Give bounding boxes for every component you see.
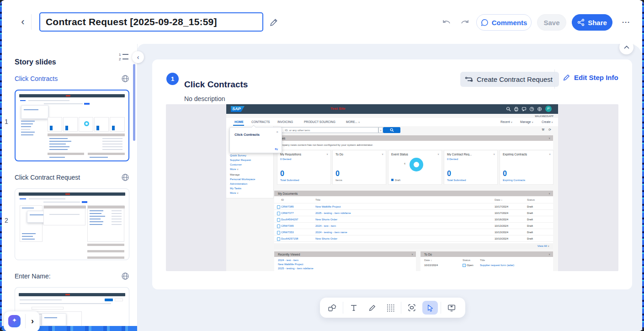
search-icon[interactable] <box>506 107 511 112</box>
draw-tool-button[interactable] <box>364 301 380 315</box>
left-edge-artifact <box>0 0 2 331</box>
create-contract-request-button[interactable]: Create Contract Request <box>460 72 559 87</box>
remove-screen-tool-button[interactable] <box>444 301 459 315</box>
search-submit-button[interactable] <box>383 127 400 133</box>
sidebar-link-my-tasks[interactable]: My Tasks <box>230 187 241 190</box>
printer-icon[interactable] <box>514 107 519 112</box>
sidebar-scrollbar[interactable] <box>133 64 135 141</box>
capture-region-tool-button[interactable] <box>404 301 420 315</box>
nav-manage-menu[interactable]: Manage ∨ <box>520 120 533 123</box>
globe-icon[interactable] <box>121 74 130 83</box>
back-button[interactable]: ‹ <box>16 16 29 28</box>
chevron-down-icon[interactable]: ∨ <box>326 153 328 155</box>
text-tool-button[interactable] <box>346 301 362 315</box>
recently-viewed-header[interactable]: Recently Viewed ∨ <box>274 251 416 257</box>
nav-recent-menu[interactable]: Recent ∨ <box>500 120 512 123</box>
nav-tab-invoicing[interactable]: INVOICING <box>277 120 293 123</box>
assistant-expand-button[interactable]: › <box>27 315 38 327</box>
chevron-down-icon: ∨ <box>358 121 360 123</box>
help-icon[interactable] <box>529 107 535 112</box>
save-button[interactable]: Save <box>537 14 566 31</box>
numbered-list-icon[interactable]: 12 <box>119 52 129 61</box>
slide-label-2[interactable]: Click Contract Request <box>15 174 80 181</box>
table-row[interactable]: CRW7385New WalkMe Project10/17/2024Draft <box>274 203 553 210</box>
shapes-tool-button[interactable] <box>325 301 340 315</box>
table-row[interactable]: Doc64257158New Shorts Order10/10/2024Dra… <box>274 235 553 242</box>
undo-button[interactable] <box>442 17 452 27</box>
event-status-donut-chart <box>410 158 423 171</box>
sidebar-link-supplier-request[interactable]: Supplier Request <box>230 159 251 161</box>
step-card: 1 Click Contracts No description Create … <box>152 59 632 289</box>
blur-tool-button[interactable] <box>383 301 398 315</box>
todo-col-title: Title <box>480 259 485 262</box>
select-cursor-tool-button[interactable] <box>422 301 438 315</box>
share-button[interactable]: Share <box>572 14 612 31</box>
step-number-badge: 1 <box>166 73 179 85</box>
tile-event-status[interactable]: Event Status∨ 4 Draft <box>389 150 442 184</box>
globe-icon[interactable] <box>121 272 130 281</box>
chevron-down-icon[interactable]: ∨ <box>549 153 551 155</box>
slide-thumbnail-2[interactable] <box>15 188 129 260</box>
slide-thumbnail-1[interactable] <box>15 90 129 161</box>
save-label: Save <box>543 19 559 27</box>
todo-header[interactable]: To Do ∨ <box>420 251 553 257</box>
close-icon[interactable]: × <box>276 130 278 134</box>
edit-title-icon[interactable] <box>269 17 279 27</box>
walkme-editor-window: ‹ Comments Save Share ··· Story slides 1… <box>0 0 644 331</box>
sap-screenshot: SAP Test Site P WALKMEDSAPP HOME <box>226 104 558 271</box>
search-category-dropdown[interactable]: ∨ <box>378 127 383 133</box>
globe-icon[interactable] <box>537 107 543 112</box>
more-options-button[interactable]: ··· <box>620 16 633 27</box>
sidebar-link-more2[interactable]: More ∨ <box>230 192 239 194</box>
sidebar-link-personal-workspace[interactable]: Personal Workspace <box>230 178 255 181</box>
edit-step-info-button[interactable]: Edit Step Info <box>563 74 618 81</box>
todo-status: Open <box>463 264 474 267</box>
recently-viewed-link[interactable]: 2025 - testing - item ndsfame <box>278 267 314 270</box>
tile-to-do[interactable]: To Do∨ 0 Items <box>333 150 386 184</box>
recently-viewed-link[interactable]: New WalkMe Project <box>278 263 303 266</box>
view-all-link[interactable]: View All ∨ <box>538 245 549 247</box>
tile-expiring-contracts[interactable]: Expiring Contracts∨ 0 Expiring Contracts <box>500 150 553 184</box>
redo-button[interactable] <box>460 17 471 27</box>
chevron-down-icon[interactable]: ∨ <box>493 153 495 155</box>
nav-tab-home[interactable]: HOME <box>234 120 244 123</box>
refresh-icon[interactable]: ⟳ <box>548 128 551 132</box>
comments-button[interactable]: Comments <box>476 14 532 31</box>
sidebar-link-more[interactable]: More ∨ <box>230 168 239 171</box>
chevron-down-icon[interactable]: ∨ <box>382 153 383 155</box>
news-section-header[interactable]: News ∨ <box>274 135 553 141</box>
globe-icon[interactable] <box>121 173 130 182</box>
nav-tab-product-sourcing[interactable]: PRODUCT SOURCING <box>304 120 335 123</box>
table-row[interactable]: CRW73772025 - testing - item ndsfame10/1… <box>274 209 553 216</box>
walkme-assistant-icon[interactable] <box>8 315 21 327</box>
sidebar-collapse-button[interactable]: ‹ <box>132 51 144 63</box>
chevron-down-icon[interactable]: ∨ <box>437 153 439 155</box>
nav-create-menu[interactable]: Create ∨ <box>542 120 553 123</box>
donut-legend: Draft <box>391 179 400 182</box>
table-row[interactable]: CRW73532024 - testing - item name10/13/2… <box>274 229 553 235</box>
story-title-input[interactable] <box>39 12 263 32</box>
tile-my-requisitions[interactable]: My Requisitions∨ 0 Denied 0 Total Submit… <box>277 150 330 184</box>
pencil-icon <box>563 74 570 81</box>
order-icon <box>277 218 280 222</box>
nav-tab-contracts[interactable]: CONTRACTS <box>251 120 270 123</box>
sidebar-link-administration[interactable]: Administration <box>230 182 247 185</box>
sidebar-link-quick-survey[interactable]: Quick Survey <box>230 154 246 157</box>
user-avatar[interactable]: P <box>545 106 552 112</box>
feedback-icon[interactable] <box>522 107 527 112</box>
table-row[interactable]: Doc64564297New Shorts Order10/16/2024Dra… <box>274 216 553 223</box>
col-date[interactable]: Date ↓ <box>495 198 502 201</box>
my-documents-header[interactable]: My Documents ∨ <box>274 191 553 196</box>
nav-tab-more[interactable]: MORE... ∨ <box>346 120 360 123</box>
recently-viewed-link[interactable]: 2024 - test - item <box>278 259 298 262</box>
sidebar-link-customer[interactable]: Customer <box>230 163 242 166</box>
sap-nav-bar: HOME CONTRACTS INVOICING PRODUCT SOURCIN… <box>226 118 558 126</box>
slide-label-1[interactable]: Click Contracts <box>15 75 58 82</box>
slide-label-3[interactable]: Enter Name: <box>15 272 51 280</box>
tile-my-contract-requests[interactable]: My Contract Req...∨ 0 Denied 0 Total Sub… <box>444 150 497 184</box>
todo-title-link[interactable]: Supplier request form (adar) <box>480 264 514 267</box>
table-row[interactable]: CRW73652024 - test - item10/13/2024Draft <box>274 222 553 229</box>
wrench-icon[interactable]: ⚒ <box>542 128 544 132</box>
col-id: ID <box>281 198 284 201</box>
sort-desc-icon: ↓ <box>431 259 432 262</box>
